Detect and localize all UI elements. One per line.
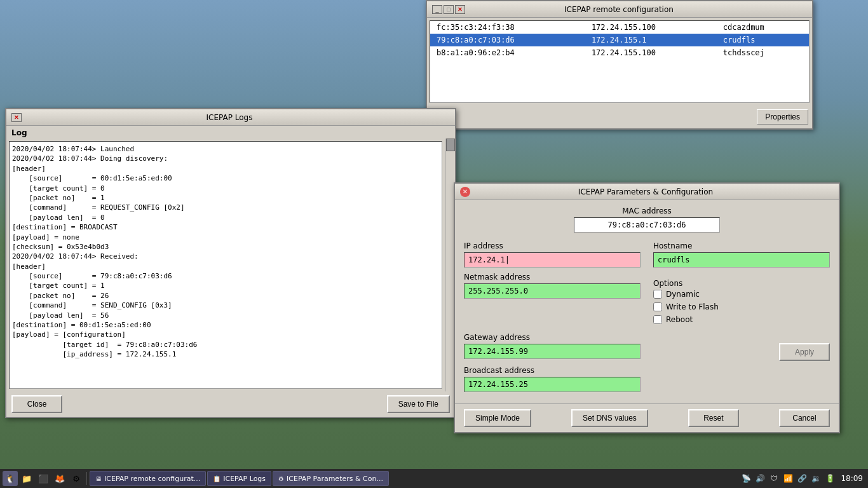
reboot-option: Reboot: [653, 315, 830, 324]
logs-controls[interactable]: ✕: [11, 113, 22, 122]
log-footer: Close Save to File: [6, 391, 455, 417]
options-col: Options Dynamic Write to Flash Reboot: [653, 274, 830, 328]
hostname-label: Hostname: [653, 241, 830, 250]
logs-title: ICEPAP Logs: [22, 113, 437, 122]
gateway-row: Gateway address Apply: [464, 328, 830, 361]
start-menu-btn[interactable]: 🐧: [3, 471, 18, 486]
broadcast-input[interactable]: [464, 377, 641, 392]
netmask-col: Netmask address: [464, 268, 641, 328]
dynamic-label: Dynamic: [666, 290, 700, 299]
dynamic-option: Dynamic: [653, 290, 830, 299]
files-btn[interactable]: 📁: [19, 471, 34, 486]
broadcast-label: Broadcast address: [464, 366, 641, 375]
write-flash-checkbox[interactable]: [653, 302, 662, 311]
gateway-input[interactable]: [464, 344, 641, 359]
mac-label: MAC address: [464, 207, 830, 215]
options-label: Options: [653, 279, 830, 288]
write-flash-option: Write to Flash: [653, 302, 830, 311]
remote-config-taskbar-btn[interactable]: 🖥 ICEPAP remote configurat...: [90, 471, 206, 486]
gateway-right-col: Apply: [653, 328, 830, 361]
save-to-file-btn[interactable]: Save to File: [387, 395, 450, 413]
reboot-checkbox[interactable]: [653, 315, 662, 324]
device-table-row[interactable]: 79:c8:a0:c7:03:d6 172.24.155.1 crudfls: [430, 34, 809, 46]
cancel-btn[interactable]: Cancel: [779, 409, 830, 427]
settings-btn[interactable]: ⚙: [69, 471, 84, 486]
hostname-col: Hostname: [653, 236, 830, 268]
params-taskbar-icon: ⚙: [278, 475, 284, 482]
device-table-row[interactable]: b8:a1:a0:96:e2:b4 172.24.155.100 tchdssc…: [430, 46, 809, 59]
params-titlebar: ✕ ICEPAP Parameters & Configuration: [455, 184, 839, 200]
logs-taskbar-icon: 📋: [213, 475, 220, 482]
remote-close-btn[interactable]: ✕: [455, 5, 465, 14]
gateway-col: Gateway address: [464, 328, 641, 361]
device-hostname: crudfls: [717, 34, 809, 46]
browser-icon: 🦊: [55, 474, 65, 484]
dynamic-checkbox[interactable]: [653, 290, 662, 299]
broadcast-col: Broadcast address: [464, 361, 641, 392]
start-icon: 🐧: [5, 474, 15, 484]
hostname-input[interactable]: [653, 252, 830, 268]
device-table-row[interactable]: fc:35:c3:24:f3:38 172.24.155.100 cdcazdm…: [430, 21, 809, 34]
ip-input[interactable]: [464, 252, 641, 268]
device-ip: 172.24.155.100: [585, 21, 717, 34]
mac-section: MAC address: [464, 207, 830, 233]
terminal-icon: ⬛: [38, 474, 48, 484]
volume-icon[interactable]: 🔊: [754, 473, 766, 484]
gateway-label: Gateway address: [464, 333, 641, 342]
logs-titlebar: ✕ ICEPAP Logs: [6, 109, 455, 126]
simple-mode-btn[interactable]: Simple Mode: [464, 409, 531, 427]
reset-btn[interactable]: Reset: [688, 409, 739, 427]
logs-close-x-btn[interactable]: ✕: [11, 113, 22, 122]
remote-minimize-btn[interactable]: _: [432, 5, 442, 14]
set-dns-btn[interactable]: Set DNS values: [571, 409, 648, 427]
params-controls[interactable]: ✕: [460, 187, 470, 197]
logs-window: ✕ ICEPAP Logs Log 2020/04/02 18:07:44> L…: [5, 108, 456, 418]
remote-maximize-btn[interactable]: □: [444, 5, 454, 14]
properties-btn[interactable]: Properties: [757, 109, 808, 125]
params-taskbar-label: ICEPAP Parameters & Con...: [287, 475, 383, 483]
log-content[interactable]: 2020/04/02 18:07:44> Launched 2020/04/02…: [9, 141, 442, 389]
netmask-input[interactable]: [464, 283, 641, 299]
antivirus-icon: 🛡: [768, 473, 780, 484]
remote-config-taskbar-icon: 🖥: [95, 475, 102, 482]
params-title: ICEPAP Parameters & Configuration: [470, 187, 821, 196]
device-list-container[interactable]: fc:35:c3:24:f3:38 172.24.155.100 cdcazdm…: [430, 20, 810, 103]
taskbar: 🐧 📁 ⬛ 🦊 ⚙ 🖥 ICEPAP remote configurat... …: [0, 469, 868, 488]
ip-col: IP address: [464, 236, 641, 268]
remote-config-taskbar-label: ICEPAP remote configurat...: [104, 475, 200, 483]
netmask-label: Netmask address: [464, 273, 641, 281]
params-content: MAC address IP address Hostname Netmask …: [455, 200, 839, 398]
network-icon: 🔗: [796, 473, 808, 484]
remote-config-window: _ □ ✕ ICEPAP remote configuration fc:35:…: [426, 0, 813, 130]
taskbar-right: 📡 🔊 🛡 📶 🔗 🔉 🔋 18:09: [740, 473, 865, 484]
device-ip: 172.24.155.100: [585, 46, 717, 59]
remote-config-titlebar: _ □ ✕ ICEPAP remote configuration: [427, 1, 812, 18]
terminal-btn[interactable]: ⬛: [36, 471, 51, 486]
device-ip: 172.24.155.1: [585, 34, 717, 46]
apply-btn[interactable]: Apply: [779, 343, 830, 361]
remote-config-controls[interactable]: _ □ ✕: [432, 5, 465, 14]
scroll-thumb[interactable]: [446, 139, 455, 151]
logs-taskbar-label: ICEPAP Logs: [223, 475, 266, 483]
settings-icon: ⚙: [72, 474, 80, 484]
properties-section: Properties: [427, 105, 812, 128]
device-mac: 79:c8:a0:c7:03:d6: [430, 34, 585, 46]
ip-hostname-row: IP address Hostname: [464, 236, 830, 268]
params-close-btn[interactable]: ✕: [460, 187, 470, 197]
ip-label: IP address: [464, 241, 641, 250]
logs-taskbar-btn[interactable]: 📋 ICEPAP Logs: [207, 471, 271, 486]
params-taskbar-btn[interactable]: ⚙ ICEPAP Parameters & Con...: [273, 471, 389, 486]
browser-btn[interactable]: 🦊: [52, 471, 67, 486]
taskbar-sep-1: [86, 472, 87, 485]
device-table: fc:35:c3:24:f3:38 172.24.155.100 cdcazdm…: [430, 21, 809, 59]
close-btn[interactable]: Close: [11, 395, 62, 413]
params-footer: Simple Mode Set DNS values Reset Cancel: [455, 403, 839, 432]
sound-icon: 🔉: [810, 473, 822, 484]
broadcast-row: Broadcast address: [464, 361, 830, 392]
network-speed-icon: 📡: [740, 473, 752, 484]
remote-config-title: ICEPAP remote configuration: [465, 5, 773, 14]
mac-input[interactable]: [574, 217, 720, 233]
netmask-options-row: Netmask address Options Dynamic Write to…: [464, 268, 830, 328]
broadcast-right-col: [653, 361, 830, 392]
write-flash-label: Write to Flash: [666, 302, 719, 311]
